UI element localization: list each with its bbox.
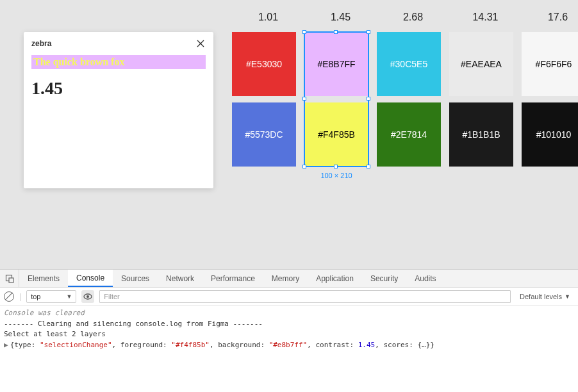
plugin-header: zebra (24, 32, 213, 55)
color-swatch[interactable]: #1B1B1B (449, 102, 513, 167)
ratio-label: 2.68 (377, 12, 449, 23)
inspect-icon[interactable] (0, 270, 19, 287)
color-swatch[interactable]: #EAEAEA (449, 32, 513, 96)
devtools-tab-console[interactable]: Console (68, 270, 113, 287)
devtools-tab-security[interactable]: Security (362, 270, 406, 287)
plugin-body: The quick brown fox 1.45 (24, 55, 213, 99)
clear-console-icon[interactable] (4, 291, 14, 302)
devtools-tab-memory[interactable]: Memory (263, 270, 308, 287)
devtools-tab-audits[interactable]: Audits (406, 270, 444, 287)
swatch-row: #5573DC#F4F85B#2E7814#1B1B1B#101010 (232, 102, 578, 173)
devtools-tab-network[interactable]: Network (158, 270, 202, 287)
devtools-tab-application[interactable]: Application (308, 270, 362, 287)
close-icon[interactable] (195, 38, 206, 49)
levels-label: Default levels (520, 293, 562, 300)
color-swatch[interactable]: #2E7814 (377, 102, 441, 167)
devtools-panel: ElementsConsoleSourcesNetworkPerformance… (0, 269, 578, 392)
live-expression-icon[interactable] (81, 290, 94, 303)
color-swatch[interactable]: #101010 (522, 102, 578, 167)
ratio-label: 14.31 (449, 12, 522, 23)
filter-placeholder: Filter (104, 293, 119, 300)
swatch-grid-frame[interactable]: 1.011.452.6814.3117.6 #E53030#E8B7FF#30C… (232, 12, 578, 173)
color-swatch[interactable]: #F6F6F6 (522, 32, 578, 96)
selection-size-label: 100 × 210 (304, 172, 368, 179)
log-line: Console was cleared (4, 308, 574, 319)
devtools-tab-performance[interactable]: Performance (202, 270, 263, 287)
filter-input[interactable]: Filter (99, 290, 511, 303)
color-swatch[interactable]: #5573DC (232, 102, 296, 167)
color-swatch[interactable]: #F4F85B (304, 102, 368, 167)
log-levels-selector[interactable]: Default levels ▼ (516, 293, 574, 300)
figma-canvas[interactable]: zebra The quick brown fox 1.45 1.011.452… (0, 0, 578, 269)
devtools-tab-elements[interactable]: Elements (19, 270, 68, 287)
ratio-row: 1.011.452.6814.3117.6 (232, 12, 578, 23)
chevron-down-icon: ▼ (565, 293, 570, 300)
log-line: Select at least 2 layers (4, 329, 574, 340)
plugin-title: zebra (31, 39, 51, 48)
color-swatch[interactable]: #E53030 (232, 32, 296, 96)
context-selector[interactable]: top ▼ (26, 290, 76, 303)
contrast-score: 1.45 (31, 78, 206, 99)
devtools-tab-sources[interactable]: Sources (113, 270, 158, 287)
expand-triangle-icon[interactable]: ▶ (4, 341, 8, 349)
color-swatch[interactable]: #E8B7FF (304, 32, 368, 96)
ratio-label: 1.01 (232, 12, 304, 23)
console-log[interactable]: Console was cleared ------- Clearing and… (0, 306, 578, 353)
swatch-grid: #E53030#E8B7FF#30C5E5#EAEAEA#F6F6F6#5573… (232, 32, 578, 173)
swatch-row: #E53030#E8B7FF#30C5E5#EAEAEA#F6F6F6 (232, 32, 578, 102)
chevron-down-icon: ▼ (66, 293, 72, 300)
color-swatch[interactable]: #30C5E5 (377, 32, 441, 96)
svg-point-3 (87, 295, 89, 298)
plugin-panel: zebra The quick brown fox 1.45 (24, 32, 213, 188)
devtools-tabs: ElementsConsoleSourcesNetworkPerformance… (0, 270, 578, 288)
ratio-label: 17.6 (522, 12, 578, 23)
svg-rect-1 (9, 278, 13, 282)
log-object-line[interactable]: ▶{type: "selectionChange", foreground: "… (4, 340, 574, 351)
log-line: ------- Clearing and silencing console.l… (4, 319, 574, 330)
contrast-sample-text: The quick brown fox (31, 55, 206, 69)
console-toolbar: | top ▼ Filter Default levels ▼ (0, 288, 578, 306)
context-label: top (31, 293, 40, 300)
ratio-label: 1.45 (304, 12, 377, 23)
